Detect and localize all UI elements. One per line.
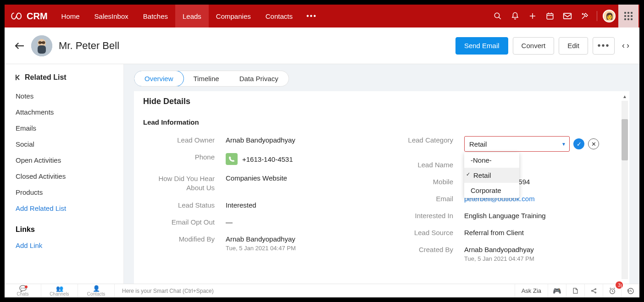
- scroll-up-icon[interactable]: ▲: [622, 94, 627, 99]
- contacts-icon: 👤: [93, 286, 100, 291]
- prev-record-icon[interactable]: ‹: [622, 41, 625, 50]
- sidebar-item-attachments[interactable]: Attachments: [16, 104, 112, 120]
- svg-line-28: [631, 291, 632, 291]
- footer-tab-label: Chats: [17, 291, 28, 297]
- mail-icon[interactable]: [559, 5, 576, 27]
- footer-tab-label: Contacts: [87, 291, 105, 297]
- scroll-track[interactable]: [622, 101, 628, 279]
- apps-grid-icon[interactable]: [618, 5, 638, 27]
- related-list-header: Related List: [16, 73, 112, 82]
- sidebar-item-products[interactable]: Products: [16, 184, 112, 200]
- header-actions: Send Email Convert Edit ••• ‹ ›: [455, 37, 629, 55]
- tab-overview[interactable]: Overview: [134, 71, 184, 87]
- smart-chat-hint[interactable]: Here is your Smart Chat (Ctrl+Space): [115, 288, 515, 294]
- nav-item-companies[interactable]: Companies: [209, 5, 258, 27]
- nav-item-home[interactable]: Home: [54, 5, 87, 27]
- dd-option-corporate[interactable]: Corporate: [464, 183, 519, 198]
- tab-timeline[interactable]: Timeline: [183, 71, 229, 86]
- hide-details-toggle[interactable]: Hide Details: [134, 91, 629, 110]
- lead-category-input[interactable]: Retail: [464, 136, 570, 152]
- phone-icon[interactable]: [226, 153, 238, 165]
- tab-data-privacy[interactable]: Data Privacy: [229, 71, 289, 86]
- footer-left: 💬 Chats 👥 Channels 👤 Contacts: [5, 284, 115, 297]
- collapse-icon[interactable]: [16, 74, 21, 81]
- value-phone: +1613-140-4531: [226, 153, 382, 165]
- label-modified-by: Modified By: [143, 235, 226, 243]
- brand-logo-icon: [11, 11, 23, 21]
- nav-item-contacts[interactable]: Contacts: [258, 5, 300, 27]
- label-phone: Phone: [143, 153, 226, 161]
- dd-option-none[interactable]: -None-: [464, 153, 519, 168]
- value-interested-in: English Language Training: [464, 212, 620, 220]
- footer-tab-contacts[interactable]: 👤 Contacts: [78, 284, 115, 297]
- sidebar-item-emails[interactable]: Emails: [16, 120, 112, 136]
- svg-rect-12: [38, 45, 46, 54]
- value-modified-by: Arnab Bandyopadhyay Tue, 5 Jan 2021 04:4…: [226, 235, 382, 252]
- record-avatar: [31, 35, 52, 56]
- note-icon[interactable]: [566, 284, 584, 297]
- record-header: Mr. Peter Bell Send Email Convert Edit •…: [5, 27, 639, 64]
- field-columns: Lead Owner Arnab Bandyopadhyay Phone +16…: [134, 132, 629, 267]
- back-arrow-icon[interactable]: [15, 42, 25, 50]
- related-list-title: Related List: [25, 73, 67, 82]
- scroll-thumb[interactable]: [622, 119, 628, 160]
- vertical-scrollbar[interactable]: ▲: [621, 94, 628, 281]
- send-email-button[interactable]: Send Email: [455, 37, 508, 55]
- detail-card: Hide Details Lead Information Lead Owner…: [134, 91, 629, 284]
- history-icon[interactable]: [621, 284, 639, 297]
- plus-icon[interactable]: [524, 5, 541, 27]
- sidebar-item-notes[interactable]: Notes: [16, 88, 112, 104]
- created-by-name: Arnab Bandyopadhyay: [464, 246, 620, 253]
- nav-more[interactable]: •••: [300, 5, 323, 27]
- lead-category-menu: -None- Retail Corporate: [464, 153, 519, 198]
- svg-point-0: [494, 13, 500, 18]
- bell-icon[interactable]: [507, 5, 523, 27]
- svg-point-18: [595, 289, 596, 290]
- alarm-icon[interactable]: 3: [603, 284, 621, 297]
- dd-option-retail[interactable]: Retail: [464, 168, 519, 183]
- calendar-icon[interactable]: [542, 5, 558, 27]
- share-icon[interactable]: [584, 284, 603, 297]
- modified-by-date: Tue, 5 Jan 2021 04:47 PM: [226, 245, 382, 252]
- nav-item-salesinbox[interactable]: SalesInbox: [87, 5, 136, 27]
- label-lead-name: Lead Name: [382, 161, 464, 169]
- right-column: Lead Category Retail ▼ -None- Ret: [382, 132, 620, 267]
- ask-zia-button[interactable]: Ask Zia: [515, 284, 548, 297]
- sidebar-item-open-activities[interactable]: Open Activities: [16, 152, 112, 168]
- value-lead-category: Retail ▼ -None- Retail Corporate: [464, 136, 620, 152]
- convert-button[interactable]: Convert: [513, 37, 555, 55]
- tools-icon[interactable]: [577, 5, 593, 27]
- label-lead-category: Lead Category: [382, 136, 464, 144]
- main-panel: Overview Timeline Data Privacy Hide Deta…: [124, 64, 639, 284]
- footer-tab-chats[interactable]: 💬 Chats: [5, 284, 41, 297]
- nav-item-leads[interactable]: Leads: [175, 5, 209, 27]
- chevron-down-icon: ▼: [561, 142, 566, 147]
- links-title: Links: [16, 225, 112, 234]
- user-avatar[interactable]: 👩: [601, 5, 617, 27]
- gamepad-icon[interactable]: 🎮: [548, 284, 566, 297]
- value-lead-source: Referral from Client: [464, 229, 620, 236]
- record-name: Mr. Peter Bell: [59, 40, 119, 52]
- cancel-edit-button[interactable]: ✕: [588, 138, 599, 149]
- nav-separator: [597, 11, 597, 21]
- sidebar-item-social[interactable]: Social: [16, 136, 112, 152]
- add-related-list-link[interactable]: Add Related List: [16, 200, 112, 216]
- more-actions-button[interactable]: •••: [593, 37, 615, 55]
- modified-by-name: Arnab Bandyopadhyay: [226, 235, 382, 243]
- value-email-optout: —: [226, 218, 382, 226]
- label-hear-about: How Did You Hear About Us: [143, 174, 226, 192]
- lead-category-dropdown[interactable]: Retail ▼ -None- Retail Corporate: [464, 136, 570, 152]
- label-lead-status: Lead Status: [143, 201, 226, 209]
- search-icon[interactable]: [489, 5, 506, 27]
- footer-tab-channels[interactable]: 👥 Channels: [41, 284, 78, 297]
- lead-category-selected: Retail: [469, 140, 487, 148]
- nav-item-batches[interactable]: Batches: [136, 5, 175, 27]
- add-link-link[interactable]: Add Link: [16, 237, 112, 253]
- next-record-icon[interactable]: ›: [627, 41, 629, 50]
- svg-line-24: [612, 291, 613, 291]
- edit-button[interactable]: Edit: [559, 37, 588, 55]
- sidebar-item-closed-activities[interactable]: Closed Activities: [16, 168, 112, 184]
- svg-line-20: [593, 289, 595, 291]
- confirm-edit-button[interactable]: ✓: [573, 138, 584, 149]
- svg-rect-13: [39, 42, 45, 44]
